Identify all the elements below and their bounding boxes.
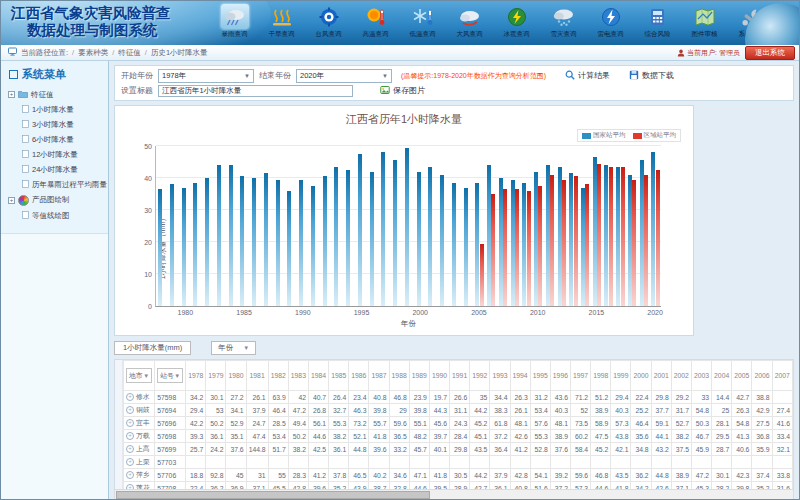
- breadcrumb-part-1[interactable]: 要素种类: [78, 48, 108, 58]
- station-filter-select[interactable]: 站号▼: [157, 368, 183, 383]
- value-cell: 41.2: [308, 469, 328, 482]
- table-row[interactable]: +修水5759834.230.127.226.163.94240.726.423…: [124, 391, 793, 404]
- toolbar-item-label: 台风查询: [316, 30, 342, 39]
- value-cell: 36.4: [490, 443, 510, 456]
- table-row[interactable]: +上栗57703: [124, 456, 793, 469]
- year-column-header: 1987: [369, 361, 389, 391]
- value-cell: 45.7: [409, 443, 429, 456]
- table-row[interactable]: +萍乡5770618.892.845315528.341.237.846.540…: [124, 469, 793, 482]
- row-expander-icon[interactable]: +: [126, 445, 134, 453]
- rainstorm-icon: [221, 4, 249, 29]
- tree-item-3小时降水量[interactable]: 3小时降水量: [1, 117, 108, 132]
- toolbar-typhoon-button[interactable]: 台风查询: [305, 4, 352, 39]
- breadcrumb-part-3[interactable]: 历史1小时降水量: [151, 48, 208, 58]
- value-cell: 59.6: [389, 417, 409, 430]
- tree-expander-icon[interactable]: +: [8, 91, 15, 98]
- station-name-cell[interactable]: +修水: [124, 391, 155, 404]
- breadcrumb-part-2[interactable]: 特征值: [118, 48, 141, 58]
- table-row[interactable]: +铜鼓5769429.45334.137.946.447.226.832.746…: [124, 404, 793, 417]
- sort-select[interactable]: 年份▼: [211, 341, 256, 355]
- year-column-header: 1992: [470, 361, 490, 391]
- value-cell: [226, 456, 246, 469]
- toolbar-gale-button[interactable]: 大风查询: [446, 4, 493, 39]
- bar-national-1985: [240, 176, 244, 306]
- row-expander-icon[interactable]: +: [126, 471, 134, 479]
- value-cell: 39.7: [429, 430, 449, 443]
- tree-item-历年暴雨过程平均雨量[interactable]: 历年暴雨过程平均雨量: [1, 177, 108, 192]
- toolbar-drought-button[interactable]: 干旱查询: [258, 4, 305, 39]
- end-year-select[interactable]: 2020年▼: [296, 69, 392, 83]
- value-cell: 42.7: [732, 391, 752, 404]
- row-expander-icon[interactable]: +: [126, 432, 134, 440]
- row-expander-icon[interactable]: +: [126, 393, 134, 401]
- table-row[interactable]: +宜丰5769642.250.252.924.728.549.456.155.3…: [124, 417, 793, 430]
- value-cell: [570, 456, 590, 469]
- toolbar-low-temp-button[interactable]: 低温查询: [399, 4, 446, 39]
- horizontal-scrollbar[interactable]: [114, 489, 794, 500]
- toolbar-high-temp-button[interactable]: 高温查询: [352, 4, 399, 39]
- tree-group-2[interactable]: +产品图绘制: [1, 192, 108, 208]
- table-row[interactable]: +万载5769839.336.135.147.453.450.244.638.2…: [124, 430, 793, 443]
- toolbar-map-review-button[interactable]: 图件审核: [681, 4, 728, 39]
- value-cell: 25.7: [186, 443, 206, 456]
- value-cell: 38.9: [550, 430, 570, 443]
- toolbar-hail-button[interactable]: 冰雹查询: [493, 4, 540, 39]
- bar-national-1982: [205, 178, 209, 306]
- station-name-cell[interactable]: +宜丰: [124, 417, 155, 430]
- station-name-cell[interactable]: +上栗: [124, 456, 155, 469]
- row-expander-icon[interactable]: +: [126, 406, 134, 414]
- value-cell: 14.4: [712, 391, 732, 404]
- tree-group-1[interactable]: +特征值: [1, 87, 108, 102]
- app-title: 江西省气象灾害风险普查 数据处理与制图系统: [11, 5, 171, 39]
- value-cell: 42.6: [510, 430, 530, 443]
- page-icon: [22, 150, 29, 160]
- value-cell: [631, 456, 651, 469]
- value-cell: 57.6: [530, 417, 550, 430]
- station-name-cell[interactable]: +铜鼓: [124, 404, 155, 417]
- tree-item-6小时降水量[interactable]: 6小时降水量: [1, 132, 108, 147]
- value-cell: 47.2: [691, 469, 711, 482]
- gridline: [156, 145, 661, 146]
- value-cell: 48.1: [510, 417, 530, 430]
- value-cell: 60.2: [570, 430, 590, 443]
- city-filter-select[interactable]: 地市▼: [126, 368, 152, 383]
- table-header-row: 地市▼站号▼1978197919801981198219831984198519…: [124, 361, 793, 391]
- bar-national-1998: [393, 160, 397, 306]
- dataset-selector-button[interactable]: 1小时降水量(mm): [114, 341, 191, 355]
- logout-button[interactable]: 退出系统: [745, 46, 795, 60]
- chart-title-input[interactable]: [158, 85, 353, 97]
- save-image-button[interactable]: 保存图片: [380, 85, 425, 97]
- toolbar-snow-button[interactable]: 雪灾查询: [540, 4, 587, 39]
- tree-item-12小时降水量[interactable]: 12小时降水量: [1, 147, 108, 162]
- value-cell: 33.4: [772, 430, 792, 443]
- row-expander-icon[interactable]: +: [126, 458, 134, 466]
- tree-expander-icon[interactable]: +: [8, 197, 15, 204]
- value-cell: 33: [691, 391, 711, 404]
- toolbar-lightning-button[interactable]: 雷电查询: [587, 4, 634, 39]
- station-name-cell[interactable]: +萍乡: [124, 469, 155, 482]
- calculate-button[interactable]: 计算结果: [565, 70, 610, 82]
- scrollbar-thumb[interactable]: [116, 491, 430, 499]
- tree-item-24小时降水量[interactable]: 24小时降水量: [1, 162, 108, 177]
- start-year-select[interactable]: 1978年▼: [158, 69, 254, 83]
- bar-national-1978: [158, 189, 162, 306]
- value-cell: 59.1: [651, 417, 671, 430]
- bar-national-1988: [276, 180, 280, 306]
- app-title-line1: 江西省气象灾害风险普查: [11, 5, 171, 22]
- legend-item[interactable]: 区域站平均: [633, 131, 677, 140]
- tree-item-1小时降水量[interactable]: 1小时降水量: [1, 102, 108, 117]
- station-name: +上栗: [126, 457, 152, 467]
- bar-national-2002: [440, 175, 444, 306]
- value-cell: 44.8: [349, 443, 369, 456]
- toolbar-rainstorm-button[interactable]: 暴雨查询: [211, 4, 258, 39]
- tree-item-等值线绘图[interactable]: 等值线绘图: [1, 208, 108, 223]
- toolbar-comprehensive-risk-button[interactable]: 综合风险: [634, 4, 681, 39]
- legend-item[interactable]: 国家站平均: [582, 131, 626, 140]
- table-row[interactable]: +上高5769925.724.237.6144.851.738.242.536.…: [124, 443, 793, 456]
- station-name-cell[interactable]: +上高: [124, 443, 155, 456]
- download-data-button[interactable]: 数据下载: [629, 70, 674, 82]
- row-expander-icon[interactable]: +: [126, 419, 134, 427]
- x-tick-label: 2005: [471, 309, 487, 316]
- value-cell: 22.4: [631, 391, 651, 404]
- station-name-cell[interactable]: +万载: [124, 430, 155, 443]
